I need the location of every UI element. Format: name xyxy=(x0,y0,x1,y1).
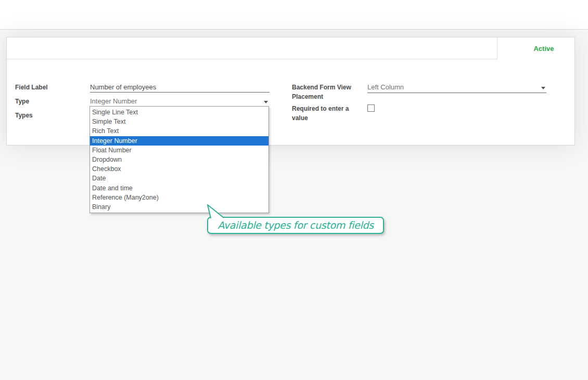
field-label-label: Field Label xyxy=(15,83,48,92)
type-option-float-number[interactable]: Float Number xyxy=(90,146,269,155)
type-dropdown-list[interactable]: Single Line TextSimple TextRich TextInte… xyxy=(90,106,269,213)
type-label: Type xyxy=(15,97,29,106)
placement-label: Backend Form View Placement xyxy=(292,83,355,101)
type-select-value: Integer Number xyxy=(90,97,137,105)
placement-select[interactable]: Left Column xyxy=(367,83,546,93)
type-option-reference-many2one-[interactable]: Reference (Many2one) xyxy=(90,193,269,202)
type-option-date-and-time[interactable]: Date and time xyxy=(90,184,269,193)
type-select[interactable]: Integer Number xyxy=(90,97,270,107)
active-button[interactable]: Active xyxy=(497,37,574,59)
required-label: Required to enter a value xyxy=(292,104,355,123)
form-statusbar: Active xyxy=(7,37,574,59)
top-control-panel xyxy=(0,0,588,30)
type-option-rich-text[interactable]: Rich Text xyxy=(90,126,269,136)
type-option-checkbox[interactable]: Checkbox xyxy=(90,164,269,174)
callout-tail xyxy=(203,204,229,219)
annotation-text: Available types for custom fields xyxy=(218,218,374,233)
type-option-single-line-text[interactable]: Single Line Text xyxy=(90,108,269,117)
type-option-dropdown[interactable]: Dropdown xyxy=(90,155,269,164)
type-option-integer-number[interactable]: Integer Number xyxy=(90,136,269,146)
type-option-date[interactable]: Date xyxy=(90,174,269,183)
field-label-input[interactable]: Number of employees xyxy=(90,82,270,93)
type-option-simple-text[interactable]: Simple Text xyxy=(90,117,269,126)
active-button-label: Active xyxy=(533,45,554,53)
annotation-callout: Available types for custom fields xyxy=(207,217,384,234)
types-label: Types xyxy=(15,111,33,120)
chevron-down-icon xyxy=(264,101,268,103)
chevron-down-icon xyxy=(541,87,545,89)
type-option-binary[interactable]: Binary xyxy=(90,202,269,212)
placement-select-value: Left Column xyxy=(367,83,404,91)
required-checkbox[interactable] xyxy=(367,104,375,112)
screen: Active Field Label Number of employees T… xyxy=(0,0,588,380)
